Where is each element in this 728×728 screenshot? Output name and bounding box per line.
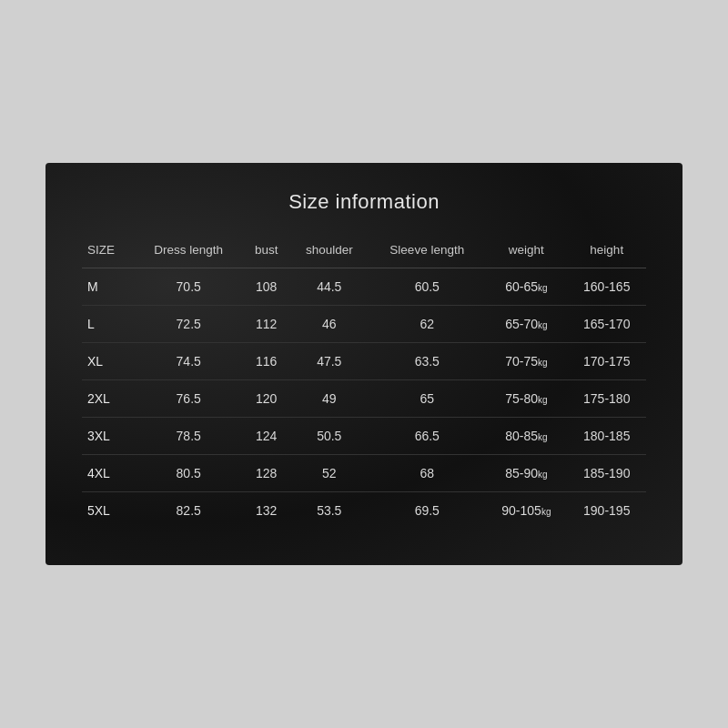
height-cell: 185-190: [567, 455, 646, 492]
col-size: SIZE: [82, 236, 134, 268]
size-cell: M: [82, 268, 134, 306]
size-cell: 3XL: [82, 418, 134, 455]
dress-length-cell: 82.5: [134, 492, 243, 530]
table-row: 4XL80.5128526885-90kg185-190: [82, 455, 646, 492]
shoulder-cell: 53.5: [289, 492, 369, 530]
bust-cell: 124: [243, 418, 289, 455]
dress-length-cell: 80.5: [134, 455, 243, 492]
weight-cell: 80-85kg: [485, 418, 567, 455]
shoulder-cell: 50.5: [289, 418, 369, 455]
height-cell: 180-185: [567, 418, 646, 455]
sleeve-length-cell: 65: [369, 380, 485, 418]
size-table: SIZE Dress length bust shoulder Sleeve l…: [82, 236, 646, 529]
sleeve-length-cell: 60.5: [369, 268, 485, 306]
weight-cell: 75-80kg: [485, 380, 567, 418]
col-dress-length: Dress length: [134, 236, 243, 268]
shoulder-cell: 46: [289, 306, 369, 343]
dress-length-cell: 72.5: [134, 306, 243, 343]
height-cell: 190-195: [567, 492, 646, 530]
bust-cell: 116: [243, 343, 289, 380]
weight-cell: 85-90kg: [485, 455, 567, 492]
sleeve-length-cell: 66.5: [369, 418, 485, 455]
shoulder-cell: 52: [289, 455, 369, 492]
size-cell: 4XL: [82, 455, 134, 492]
weight-cell: 70-75kg: [485, 343, 567, 380]
height-cell: 170-175: [567, 343, 646, 380]
col-sleeve-length: Sleeve length: [369, 236, 485, 268]
size-chart-card: Size information SIZE Dress length bust …: [46, 163, 682, 565]
shoulder-cell: 44.5: [289, 268, 369, 306]
sleeve-length-cell: 68: [369, 455, 485, 492]
table-row: L72.5112466265-70kg165-170: [82, 306, 646, 343]
table-header-row: SIZE Dress length bust shoulder Sleeve l…: [82, 236, 646, 268]
dress-length-cell: 78.5: [134, 418, 243, 455]
shoulder-cell: 47.5: [289, 343, 369, 380]
chart-title: Size information: [82, 190, 646, 214]
bust-cell: 120: [243, 380, 289, 418]
weight-cell: 60-65kg: [485, 268, 567, 306]
bust-cell: 112: [243, 306, 289, 343]
table-row: M70.510844.560.560-65kg160-165: [82, 268, 646, 306]
col-bust: bust: [243, 236, 289, 268]
sleeve-length-cell: 62: [369, 306, 485, 343]
size-cell: 2XL: [82, 380, 134, 418]
dress-length-cell: 74.5: [134, 343, 243, 380]
table-row: 2XL76.5120496575-80kg175-180: [82, 380, 646, 418]
table-row: 5XL82.513253.569.590-105kg190-195: [82, 492, 646, 530]
bust-cell: 132: [243, 492, 289, 530]
size-cell: L: [82, 306, 134, 343]
bust-cell: 108: [243, 268, 289, 306]
dress-length-cell: 70.5: [134, 268, 243, 306]
height-cell: 160-165: [567, 268, 646, 306]
shoulder-cell: 49: [289, 380, 369, 418]
height-cell: 165-170: [567, 306, 646, 343]
col-height: height: [567, 236, 646, 268]
table-row: 3XL78.512450.566.580-85kg180-185: [82, 418, 646, 455]
weight-cell: 90-105kg: [485, 492, 567, 530]
dress-length-cell: 76.5: [134, 380, 243, 418]
weight-cell: 65-70kg: [485, 306, 567, 343]
col-shoulder: shoulder: [289, 236, 369, 268]
table-row: XL74.511647.563.570-75kg170-175: [82, 343, 646, 380]
size-cell: 5XL: [82, 492, 134, 530]
sleeve-length-cell: 69.5: [369, 492, 485, 530]
bust-cell: 128: [243, 455, 289, 492]
size-cell: XL: [82, 343, 134, 380]
sleeve-length-cell: 63.5: [369, 343, 485, 380]
col-weight: weight: [485, 236, 567, 268]
height-cell: 175-180: [567, 380, 646, 418]
